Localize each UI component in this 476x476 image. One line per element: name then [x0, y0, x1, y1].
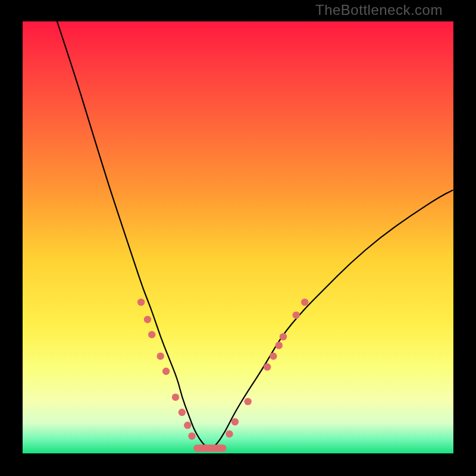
- data-point-left: [184, 422, 191, 429]
- data-point-right: [226, 430, 233, 437]
- plot-area: [23, 21, 453, 453]
- data-point-left: [172, 393, 179, 400]
- data-point-left: [144, 316, 151, 323]
- data-point-left: [188, 433, 195, 440]
- data-point-left: [156, 352, 164, 359]
- plot-svg: [23, 21, 453, 453]
- data-point-right: [270, 352, 277, 359]
- data-point-right: [244, 398, 251, 405]
- chart-stage: TheBottleneck.com: [0, 0, 476, 476]
- data-point-left: [162, 368, 170, 375]
- data-point-right: [231, 418, 239, 425]
- data-point-left: [148, 331, 155, 338]
- data-point-right: [301, 299, 308, 306]
- svg-rect-0: [23, 21, 453, 453]
- watermark-text: TheBottleneck.com: [315, 2, 443, 18]
- data-point-left: [178, 409, 186, 416]
- data-point-right: [280, 333, 287, 340]
- data-point-left: [137, 299, 145, 306]
- data-point-right: [264, 364, 271, 371]
- data-point-right: [293, 311, 300, 318]
- data-point-right: [275, 342, 283, 349]
